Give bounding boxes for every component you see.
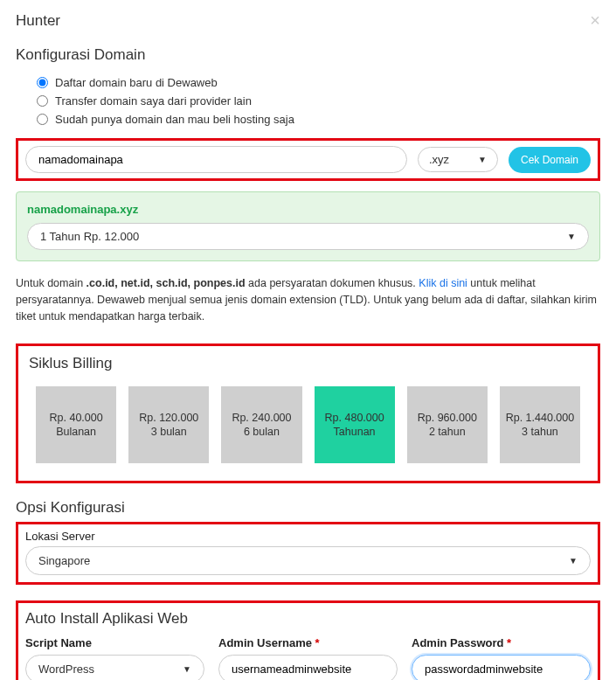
admin-username-label: Admin Username * — [218, 636, 398, 649]
auto-install-row: Script Name WordPress ▼ Admin Username *… — [25, 636, 591, 680]
cycle-period: 6 bulan — [244, 426, 280, 438]
required-star: * — [507, 636, 511, 649]
script-name-label: Script Name — [25, 636, 204, 649]
domain-note: Untuk domain .co.id, net.id, sch.id, pon… — [16, 275, 600, 324]
cycle-period: 3 tahun — [522, 426, 558, 438]
radio-transfer-input[interactable] — [37, 95, 48, 107]
domain-search-row-highlight: .xyz ▼ Cek Domain — [16, 138, 600, 181]
radio-register-new-input[interactable] — [37, 77, 48, 88]
cycle-price: Rp. 480.000 — [325, 412, 384, 424]
close-icon[interactable]: × — [590, 10, 600, 31]
radio-label: Daftar domain baru di Dewaweb — [55, 76, 218, 89]
radio-existing[interactable]: Sudah punya domain dan mau beli hosting … — [37, 113, 600, 126]
cycle-3yr[interactable]: Rp. 1.440.0003 tahun — [500, 386, 580, 463]
billing-heading: Siklus Billing — [29, 355, 587, 372]
script-name-value: WordPress — [38, 663, 94, 676]
admin-username-input[interactable] — [218, 655, 398, 680]
modal-header: Hunter × — [16, 10, 600, 31]
note-text: ada persyaratan dokumen khusus. — [246, 277, 419, 289]
cycle-period: 2 tahun — [429, 426, 466, 438]
radio-transfer[interactable]: Transfer domain saya dari provider lain — [37, 94, 600, 108]
check-domain-button[interactable]: Cek Domain — [509, 147, 591, 173]
checkout-modal: Hunter × Konfigurasi Domain Daftar domai… — [0, 0, 616, 680]
radio-label: Transfer domain saya dari provider lain — [55, 94, 252, 108]
domain-radio-group: Daftar domain baru di Dewaweb Transfer d… — [16, 76, 600, 126]
domain-result-name: namadomainapa.xyz — [27, 203, 589, 216]
server-location-select[interactable]: Singapore ▼ — [25, 546, 591, 575]
username-col: Admin Username * — [218, 636, 398, 680]
cycle-period: Bulanan — [56, 426, 96, 438]
admin-password-input[interactable] — [412, 655, 591, 680]
server-location-label: Lokasi Server — [25, 530, 591, 543]
billing-section-highlight: Siklus Billing Rp. 40.000Bulanan Rp. 120… — [16, 343, 600, 483]
cycle-price: Rp. 1.440.000 — [506, 412, 575, 424]
cycle-period: 3 bulan — [151, 426, 187, 438]
note-text: Untuk domain — [16, 277, 87, 289]
radio-label: Sudah punya domain dan mau beli hosting … — [55, 113, 294, 126]
password-col: Admin Password * — [412, 636, 591, 680]
domain-period-value: 1 Tahun Rp. 12.000 — [40, 230, 139, 243]
tld-select[interactable]: .xyz ▼ — [418, 147, 498, 172]
required-star: * — [315, 636, 320, 649]
chevron-down-icon: ▼ — [569, 556, 578, 566]
note-bold: .co.id, net.id, sch.id, ponpes.id — [87, 277, 246, 289]
cycle-6mo[interactable]: Rp. 240.0006 bulan — [221, 386, 301, 463]
cycle-period: Tahunan — [334, 426, 376, 438]
radio-register-new[interactable]: Daftar domain baru di Dewaweb — [37, 76, 600, 89]
opsi-heading: Opsi Konfigurasi — [16, 499, 600, 517]
script-name-select[interactable]: WordPress ▼ — [25, 655, 204, 680]
script-col: Script Name WordPress ▼ — [25, 636, 204, 680]
tld-value: .xyz — [429, 153, 449, 166]
server-location-highlight: Lokasi Server Singapore ▼ — [16, 522, 600, 585]
auto-install-heading: Auto Install Aplikasi Web — [25, 610, 591, 628]
domain-config-heading: Konfigurasi Domain — [16, 46, 600, 64]
domain-search-row: .xyz ▼ Cek Domain — [25, 146, 591, 173]
cycle-monthly[interactable]: Rp. 40.000Bulanan — [36, 386, 116, 463]
cycle-price: Rp. 960.000 — [418, 412, 477, 424]
cycle-price: Rp. 120.000 — [139, 412, 198, 424]
billing-cycle-grid: Rp. 40.000Bulanan Rp. 120.0003 bulan Rp.… — [25, 379, 591, 475]
chevron-down-icon: ▼ — [478, 155, 487, 164]
domain-period-select[interactable]: 1 Tahun Rp. 12.000 ▼ — [27, 223, 589, 250]
chevron-down-icon: ▼ — [183, 664, 191, 674]
cycle-2yr[interactable]: Rp. 960.0002 tahun — [407, 386, 488, 463]
modal-title: Hunter — [16, 12, 60, 30]
domain-result-box: namadomainapa.xyz 1 Tahun Rp. 12.000 ▼ — [16, 191, 600, 261]
domain-name-input[interactable] — [25, 146, 407, 173]
chevron-down-icon: ▼ — [567, 232, 576, 241]
cycle-yearly[interactable]: Rp. 480.000Tahunan — [315, 386, 395, 463]
cycle-3mo[interactable]: Rp. 120.0003 bulan — [128, 386, 209, 463]
admin-password-label: Admin Password * — [412, 636, 591, 649]
auto-install-highlight: Auto Install Aplikasi Web Script Name Wo… — [16, 600, 600, 680]
note-link[interactable]: Klik di sini — [419, 277, 467, 289]
cycle-price: Rp. 40.000 — [50, 412, 103, 424]
radio-existing-input[interactable] — [37, 114, 48, 125]
server-location-value: Singapore — [38, 554, 90, 567]
cycle-price: Rp. 240.000 — [232, 412, 291, 424]
